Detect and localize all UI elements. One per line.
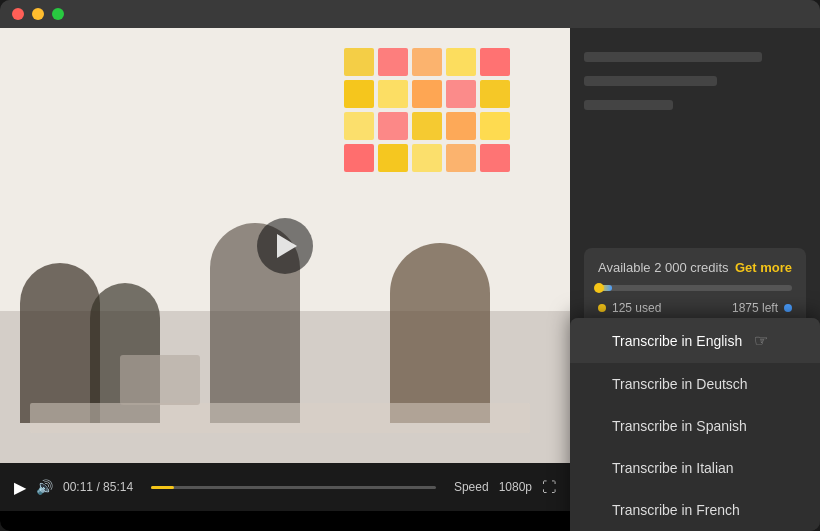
dropdown-menu: Transcribe in English☞Transcribe in Deut…	[570, 318, 820, 531]
credits-title: Available 2 000 credits	[598, 260, 729, 275]
get-more-button[interactable]: Get more	[735, 260, 792, 275]
dropdown-item-italian[interactable]: Transcribe in Italian	[570, 447, 820, 489]
dropdown-item-label-french: Transcribe in French	[612, 502, 740, 518]
fullscreen-button[interactable]: ⛶	[542, 479, 556, 495]
speed-label[interactable]: Speed	[454, 480, 489, 494]
postit-note	[412, 80, 442, 108]
main-content: ▶ 🔊 00:11 / 85:14 Speed 1080p ⛶	[0, 28, 820, 531]
dropdown-item-label-spanish: Transcribe in Spanish	[612, 418, 747, 434]
postit-note	[480, 144, 510, 172]
video-area: ▶ 🔊 00:11 / 85:14 Speed 1080p ⛶	[0, 28, 570, 531]
postit-note	[344, 112, 374, 140]
video-thumbnail[interactable]	[0, 28, 570, 463]
postit-note	[412, 48, 442, 76]
total-time: 85:14	[103, 480, 133, 494]
table-visual	[30, 403, 530, 433]
postit-note	[378, 48, 408, 76]
maximize-button[interactable]	[52, 8, 64, 20]
postit-note	[378, 144, 408, 172]
progress-bar[interactable]	[151, 486, 436, 489]
postit-note	[446, 112, 476, 140]
credits-left-label: 1875 left	[732, 301, 778, 315]
postit-note	[446, 144, 476, 172]
postit-note	[412, 144, 442, 172]
dropdown-item-english[interactable]: Transcribe in English☞	[570, 318, 820, 363]
postit-note	[344, 48, 374, 76]
credits-used-label: 125 used	[612, 301, 661, 315]
current-time: 00:11	[63, 480, 93, 494]
progress-fill	[151, 486, 174, 489]
close-button[interactable]	[12, 8, 24, 20]
right-panel: Available 2 000 credits Get more 125 use…	[570, 28, 820, 531]
credits-stats: 125 used 1875 left	[598, 301, 792, 315]
postit-note	[446, 48, 476, 76]
placeholder-bar-1	[584, 52, 762, 62]
play-control-button[interactable]: ▶	[14, 478, 26, 497]
postit-note	[446, 80, 476, 108]
postit-note	[378, 112, 408, 140]
quality-label[interactable]: 1080p	[499, 480, 532, 494]
window: ▶ 🔊 00:11 / 85:14 Speed 1080p ⛶	[0, 0, 820, 531]
credits-used: 125 used	[598, 301, 661, 315]
video-controls: ▶ 🔊 00:11 / 85:14 Speed 1080p ⛶	[0, 463, 570, 511]
time-display: 00:11 / 85:14	[63, 480, 133, 494]
postit-note	[480, 48, 510, 76]
volume-control-button[interactable]: 🔊	[36, 479, 53, 495]
minimize-button[interactable]	[32, 8, 44, 20]
dropdown-item-deutsch[interactable]: Transcribe in Deutsch	[570, 363, 820, 405]
credits-progress-bar	[598, 285, 792, 291]
play-icon	[277, 234, 297, 258]
postit-grid	[344, 48, 510, 172]
person-silhouette-1	[20, 263, 100, 423]
postit-note	[344, 80, 374, 108]
dropdown-item-label-deutsch: Transcribe in Deutsch	[612, 376, 748, 392]
postit-note	[480, 112, 510, 140]
postit-note	[378, 80, 408, 108]
person-silhouette-4	[390, 243, 490, 423]
credits-header: Available 2 000 credits Get more	[598, 260, 792, 275]
title-bar	[0, 0, 820, 28]
postit-note	[344, 144, 374, 172]
placeholder-bar-3	[584, 100, 673, 110]
cursor-icon: ☞	[754, 331, 768, 350]
left-dot-icon	[784, 304, 792, 312]
dropdown-item-label-italian: Transcribe in Italian	[612, 460, 734, 476]
credits-card: Available 2 000 credits Get more 125 use…	[584, 248, 806, 327]
credits-progress-fill	[598, 285, 612, 291]
credits-left: 1875 left	[732, 301, 792, 315]
laptop-visual	[120, 355, 200, 405]
dropdown-item-spanish[interactable]: Transcribe in Spanish	[570, 405, 820, 447]
dropdown-item-label-english: Transcribe in English	[612, 333, 742, 349]
postit-note	[480, 80, 510, 108]
dropdown-item-french[interactable]: Transcribe in French	[570, 489, 820, 531]
postit-note	[412, 112, 442, 140]
placeholder-bar-2	[584, 76, 717, 86]
used-dot-icon	[598, 304, 606, 312]
play-button[interactable]	[257, 218, 313, 274]
